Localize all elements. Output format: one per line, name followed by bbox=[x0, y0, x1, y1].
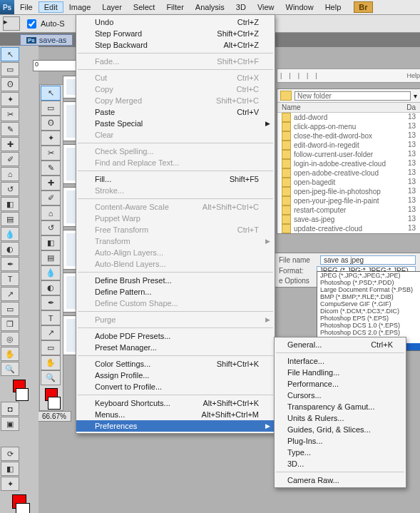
bridge-badge[interactable]: Br bbox=[354, 1, 372, 13]
edit-menu-item[interactable]: PasteCtrl+V bbox=[76, 106, 275, 118]
edit-menu-item[interactable]: Preferences▶ bbox=[76, 420, 275, 432]
path-tool-icon[interactable]: ↗ bbox=[1, 287, 19, 301]
background-swatch-2-icon[interactable] bbox=[16, 503, 30, 513]
fp-dodge-icon[interactable]: ◐ bbox=[41, 280, 61, 295]
format-option[interactable]: Dicom (*.DCM;*.DC3;*.DIC) bbox=[317, 308, 420, 315]
color-swatches[interactable] bbox=[1, 380, 38, 401]
fp-eraser-icon[interactable]: ◧ bbox=[41, 235, 61, 250]
file-row[interactable]: close-the-edit-dword-box13 bbox=[277, 131, 420, 141]
fp-zoom-icon[interactable]: 🔍 bbox=[41, 370, 61, 385]
camera-tool-icon[interactable]: ◎ bbox=[1, 332, 19, 346]
auto-select-box[interactable] bbox=[27, 19, 36, 29]
prefs-menu-item[interactable]: Type... bbox=[275, 447, 406, 458]
dodge-tool-icon[interactable]: ◐ bbox=[1, 242, 19, 256]
brush-tool-icon[interactable]: ✐ bbox=[1, 152, 19, 166]
edit-menu-item[interactable]: Adobe PDF Presets... bbox=[76, 330, 275, 342]
col-name[interactable]: Name bbox=[282, 103, 301, 111]
wand-tool-icon[interactable]: ✦ bbox=[1, 92, 19, 106]
menu-view[interactable]: View bbox=[252, 1, 280, 13]
hand-tool-icon[interactable]: ✋ bbox=[1, 347, 19, 361]
fp-crop-tool-icon[interactable]: ✂ bbox=[41, 146, 61, 161]
menu-edit[interactable]: Edit bbox=[39, 1, 63, 13]
file-row[interactable]: follow-current-user-folder13 bbox=[277, 150, 420, 159]
color-swatches-2[interactable] bbox=[1, 494, 38, 513]
format-option[interactable]: Photoshop DCS 1.0 (*.EPS) bbox=[317, 322, 420, 329]
prefs-menu-item[interactable]: Interface... bbox=[275, 355, 406, 367]
fp-wand-tool-icon[interactable]: ✦ bbox=[41, 131, 61, 146]
pen-tool-icon[interactable]: ✒ bbox=[1, 257, 19, 271]
fp-blur-icon[interactable]: 💧 bbox=[41, 265, 61, 280]
fp-lasso-tool-icon[interactable]: ʘ bbox=[41, 116, 61, 131]
prefs-menu-item[interactable]: Plug-Ins... bbox=[275, 435, 406, 447]
edit-menu-item[interactable]: Define Pattern... bbox=[76, 286, 275, 298]
history-brush-icon[interactable]: ↺ bbox=[1, 182, 19, 196]
prefs-menu-item[interactable]: Cursors... bbox=[275, 390, 406, 401]
prefs-menu-item[interactable]: Units & Rulers... bbox=[275, 412, 406, 424]
quickmask-tool-icon[interactable]: ◘ bbox=[1, 402, 19, 416]
fp-history-icon[interactable]: ↺ bbox=[41, 220, 61, 235]
fp-swatches[interactable] bbox=[41, 388, 62, 410]
fp-move-tool-icon[interactable]: ↖ bbox=[41, 86, 61, 101]
extra-tool-b-icon[interactable]: ◧ bbox=[1, 462, 19, 476]
prefs-menu-item[interactable]: Camera Raw... bbox=[275, 474, 406, 486]
file-row[interactable]: update-creative-cloud13 bbox=[277, 224, 420, 233]
type-tool-icon[interactable]: T bbox=[1, 272, 19, 286]
edit-menu-item[interactable]: Step ForwardShift+Ctrl+Z bbox=[76, 28, 275, 39]
file-row[interactable]: open-adobe-creative-cloud13 bbox=[277, 168, 420, 178]
fp-eyedropper-icon[interactable]: ✎ bbox=[41, 161, 61, 176]
edit-menu-item[interactable]: Preset Manager... bbox=[76, 342, 275, 353]
format-option[interactable]: Photoshop (*.PSD;*.PDD) bbox=[317, 279, 420, 286]
menu-window[interactable]: Window bbox=[280, 1, 319, 13]
fp-marquee-tool-icon[interactable]: ▭ bbox=[41, 101, 61, 116]
edit-menu-item[interactable]: Fill...Shift+F5 bbox=[76, 173, 275, 185]
path-field[interactable]: New folder bbox=[294, 91, 411, 101]
file-row[interactable]: click-apps-on-menu13 bbox=[277, 122, 420, 131]
crop-tool-icon[interactable]: ✂ bbox=[1, 107, 19, 121]
fp-healing-icon[interactable]: ✚ bbox=[41, 176, 61, 191]
menu-analysis[interactable]: Analysis bbox=[190, 1, 230, 13]
tool-preset-button[interactable]: ▸ bbox=[3, 16, 20, 31]
edit-menu-item[interactable]: Define Brush Preset... bbox=[76, 275, 275, 286]
prefs-menu-item[interactable]: General...Ctrl+K bbox=[275, 339, 406, 350]
prefs-menu-item[interactable]: Performance... bbox=[275, 378, 406, 390]
menu-3d[interactable]: 3D bbox=[230, 1, 252, 13]
menu-layer[interactable]: Layer bbox=[96, 1, 128, 13]
background-swatch-icon[interactable] bbox=[16, 388, 29, 401]
fp-shape-icon[interactable]: ▭ bbox=[41, 340, 61, 355]
edit-menu-item[interactable]: Step BackwardAlt+Ctrl+Z bbox=[76, 39, 275, 51]
col-date[interactable]: Da bbox=[406, 103, 416, 111]
fp-brush-icon[interactable]: ✐ bbox=[41, 191, 61, 205]
fp-stamp-icon[interactable]: ⌂ bbox=[41, 205, 61, 220]
auto-select-checkbox[interactable]: Auto-S bbox=[24, 17, 65, 31]
zoom-tool-icon[interactable]: 🔍 bbox=[1, 362, 19, 376]
shape-tool-icon[interactable]: ▭ bbox=[1, 302, 19, 316]
edit-menu-item[interactable]: Color Settings...Shift+Ctrl+K bbox=[76, 358, 275, 370]
blur-tool-icon[interactable]: 💧 bbox=[1, 227, 19, 241]
prefs-menu-item[interactable]: Guides, Grid, & Slices... bbox=[275, 424, 406, 435]
edit-menu-item[interactable]: Menus...Alt+Shift+Ctrl+M bbox=[76, 409, 275, 420]
document-tab[interactable]: Ps save-as bbox=[20, 34, 73, 46]
format-option[interactable]: CompuServe GIF (*.GIF) bbox=[317, 300, 420, 308]
screenmode-tool-icon[interactable]: ▣ bbox=[1, 417, 19, 431]
file-row[interactable]: open-jpeg-file-in-photoshop13 bbox=[277, 187, 420, 196]
fp-pen-icon[interactable]: ✒ bbox=[41, 295, 61, 310]
eraser-tool-icon[interactable]: ◧ bbox=[1, 197, 19, 211]
extra-tool-a-icon[interactable]: ⟳ bbox=[1, 447, 19, 461]
format-option[interactable]: Photoshop EPS (*.EPS) bbox=[317, 315, 420, 322]
edit-menu-item[interactable]: Paste Special▶ bbox=[76, 118, 275, 129]
file-row[interactable]: add-dword13 bbox=[277, 113, 420, 122]
fp-gradient-icon[interactable]: ▤ bbox=[41, 250, 61, 265]
edit-menu-item[interactable]: Keyboard Shortcuts...Alt+Shift+Ctrl+K bbox=[76, 397, 275, 409]
file-row[interactable]: save-as-jpeg13 bbox=[277, 215, 420, 224]
menu-image[interactable]: Image bbox=[63, 1, 97, 13]
file-row[interactable]: restart-computer13 bbox=[277, 205, 420, 215]
fp-type-icon[interactable]: T bbox=[41, 310, 61, 325]
file-row[interactable]: open-bagedit13 bbox=[277, 178, 420, 187]
prefs-menu-item[interactable]: File Handling... bbox=[275, 367, 406, 378]
format-option[interactable]: Large Document Format (*.PSB) bbox=[317, 286, 420, 293]
stamp-tool-icon[interactable]: ⌂ bbox=[1, 167, 19, 181]
edit-menu-item[interactable]: Assign Profile... bbox=[76, 370, 275, 381]
fp-bg-swatch-icon[interactable] bbox=[48, 397, 61, 410]
fp-path-icon[interactable]: ↗ bbox=[41, 325, 61, 340]
zoom-readout[interactable]: 66.67% bbox=[37, 411, 71, 422]
